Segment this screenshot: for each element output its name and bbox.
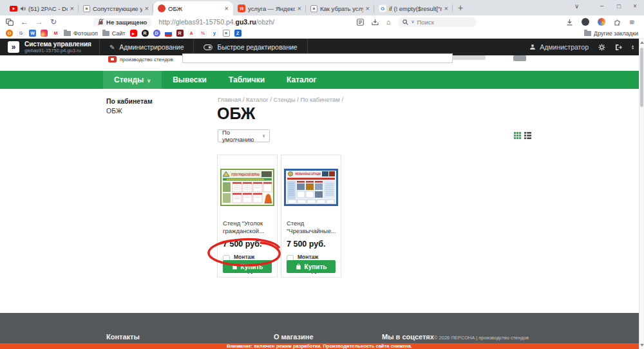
tab-close-icon[interactable]: × bbox=[70, 5, 74, 12]
nav-item-tablichki[interactable]: Таблички bbox=[218, 71, 276, 89]
extensions-puzzle-icon[interactable] bbox=[614, 19, 621, 26]
bitrix-favicon bbox=[310, 5, 317, 12]
reload-icon[interactable]: ↻ bbox=[50, 17, 57, 26]
view-list-toggle[interactable] bbox=[524, 132, 531, 139]
menu-hamburger-icon[interactable]: ≡ bbox=[629, 17, 634, 27]
tab-close-icon[interactable]: × bbox=[225, 5, 229, 12]
tab-youtube[interactable]: (51) 2PAC - Do Or Die (Offi × bbox=[5, 1, 79, 15]
site-favicon bbox=[158, 5, 166, 12]
new-tab-button[interactable]: + bbox=[458, 3, 463, 13]
tab-audio-icon[interactable] bbox=[20, 6, 26, 12]
bookmarks-bar: Фотошоп Сайт Другие закладки bbox=[0, 28, 644, 39]
bookmark-w-favicon[interactable] bbox=[29, 30, 36, 37]
tab-close-icon[interactable]: × bbox=[298, 5, 301, 12]
scrollbar-down-icon[interactable] bbox=[640, 344, 644, 346]
forward-icon[interactable]: → bbox=[35, 17, 43, 26]
bookmark-folder-site[interactable]: Сайт bbox=[102, 30, 126, 37]
cms-title: Система управления bbox=[24, 41, 91, 48]
buy-button[interactable]: Купить bbox=[287, 260, 336, 273]
admin-user-button[interactable]: Администратор bbox=[529, 43, 589, 51]
bookmark-r-favicon[interactable] bbox=[176, 30, 184, 37]
admin-collapse-icon[interactable]: ▴▾ bbox=[632, 44, 634, 50]
bookmark-z-favicon[interactable] bbox=[234, 30, 242, 37]
quick-search-box[interactable]: ∨ Поиск bbox=[398, 17, 477, 27]
admin-settings-gear-icon[interactable] bbox=[598, 44, 605, 51]
site-search-input[interactable] bbox=[182, 53, 453, 63]
tab-close-icon[interactable]: × bbox=[444, 5, 448, 12]
bookmark-mail-favicon[interactable] bbox=[52, 30, 59, 37]
sidebar-item-obzh[interactable]: ОБЖ bbox=[106, 107, 122, 115]
cms-site-domain: glebas91-15750.p4.gu3.ru bbox=[24, 48, 91, 53]
bookmark-ok-favicon[interactable] bbox=[6, 30, 13, 37]
admin-administration-button[interactable]: ✎ Администрирование bbox=[100, 39, 194, 55]
bookmark-alfa-favicon[interactable] bbox=[188, 30, 195, 37]
back-icon[interactable]: ← bbox=[21, 17, 28, 26]
page-title: ОБЖ bbox=[217, 104, 255, 123]
tab-google-code[interactable]: G if (! empty($result["row"]["addit × bbox=[374, 1, 453, 15]
search-icon bbox=[402, 19, 408, 25]
bookmark-instagram-favicon[interactable] bbox=[41, 30, 48, 37]
nav-item-katalog[interactable]: Каталог bbox=[276, 71, 328, 89]
header-cart-icon[interactable] bbox=[513, 55, 526, 61]
product-image[interactable]: УГОЛОК ГРАЖДАНСКОЙ ОБОРОНЫ bbox=[220, 169, 274, 206]
window-maximize-icon[interactable]: □ bbox=[617, 3, 621, 10]
tab-cms-services[interactable]: Сопутствующие услуги - CMS × bbox=[79, 1, 153, 15]
downloads-icon[interactable] bbox=[566, 19, 573, 26]
scrollbar-thumb[interactable] bbox=[640, 48, 643, 107]
tab-search-icon[interactable]: ∨ bbox=[574, 3, 579, 10]
bookmark-rutube-favicon[interactable] bbox=[142, 30, 149, 37]
bookmark-percent-favicon[interactable] bbox=[200, 30, 207, 37]
tab-yandex-search[interactable]: Я услуга — Яндекс: Нашёлся 56 × bbox=[233, 1, 306, 15]
product-title[interactable]: Стенд "Уголок гражданской... bbox=[223, 220, 272, 235]
cms-logo-block[interactable]: Система управления glebas91-15750.p4.gu3… bbox=[0, 39, 100, 55]
view-grid-toggle[interactable] bbox=[514, 132, 521, 139]
browser-extension-icon[interactable] bbox=[598, 18, 605, 26]
reading-list-icon[interactable] bbox=[357, 19, 364, 26]
site-logo-icon[interactable] bbox=[108, 56, 117, 62]
tab-tiles-icon[interactable] bbox=[6, 19, 14, 26]
address-bar: ← → ↻ Не защищено http://glebas91-15750.… bbox=[0, 15, 644, 28]
bookmark-bitrix-favicon[interactable] bbox=[223, 30, 230, 37]
folder-icon bbox=[64, 31, 71, 36]
header-phone-cutoff bbox=[452, 55, 486, 60]
product-title[interactable]: Стенд "Чрезвычайные... bbox=[287, 220, 336, 235]
tab-close-icon[interactable]: × bbox=[145, 5, 149, 12]
bookmark-yandex-favicon[interactable] bbox=[211, 30, 218, 37]
security-chip[interactable]: Не защищено bbox=[93, 18, 151, 26]
admin-logout-icon[interactable] bbox=[615, 44, 622, 51]
product-image[interactable]: ЧРЕЗВЫЧАЙНЫЕ СИТУАЦИИ bbox=[284, 169, 338, 206]
nav-item-vyveski[interactable]: Вывески bbox=[162, 71, 218, 89]
home-icon[interactable]: ⌂ bbox=[386, 18, 391, 26]
search-placeholder: Поиск bbox=[417, 19, 434, 26]
youtube-favicon bbox=[10, 5, 17, 12]
buy-button[interactable]: Купить bbox=[223, 260, 272, 273]
save-page-icon[interactable] bbox=[372, 19, 379, 26]
tab-help-article[interactable]: Как убрать услугу из списка то × bbox=[306, 1, 374, 15]
toggle-icon bbox=[204, 44, 213, 50]
scrollbar-up-icon[interactable] bbox=[640, 41, 644, 44]
bookmark-discord-favicon[interactable] bbox=[153, 30, 160, 37]
adblock-extension-icon[interactable] bbox=[582, 18, 589, 26]
site-logo-caption: производство стендов bbox=[120, 57, 173, 62]
tab-close-icon[interactable]: × bbox=[366, 5, 370, 12]
other-bookmarks-button[interactable]: Другие закладки bbox=[584, 30, 638, 37]
url-field[interactable]: http://glebas91-15750.p4.gu3.ru/obzh/ bbox=[158, 18, 274, 26]
bookmark-folder-photoshop[interactable]: Фотошоп bbox=[64, 30, 98, 37]
window-minimize-icon[interactable]: − bbox=[600, 3, 604, 10]
window-close-icon[interactable]: × bbox=[633, 3, 637, 10]
bookmark-youtube-favicon[interactable] bbox=[130, 30, 137, 37]
sidebar-section-title[interactable]: По кабинетам bbox=[106, 97, 153, 105]
tab-obzh-active[interactable]: ОБЖ × bbox=[153, 1, 233, 15]
bookmark-google-favicon[interactable] bbox=[17, 30, 24, 37]
bag-icon bbox=[232, 263, 238, 270]
bookmark-gosuslugi-favicon[interactable] bbox=[165, 30, 172, 37]
search-engine-chevron-icon[interactable]: ∨ bbox=[411, 19, 414, 24]
footer-contacts-heading: Контакты bbox=[106, 333, 140, 341]
page-scrollbar[interactable] bbox=[639, 39, 644, 349]
nav-item-stendy[interactable]: Стенды∨ bbox=[103, 71, 162, 89]
site-header: производство стендов bbox=[0, 55, 639, 71]
footer-socials-heading: Мы в соцсетях bbox=[382, 333, 434, 341]
tab-title: (51) 2PAC - Do Or Die (Offi bbox=[28, 5, 68, 12]
breadcrumb[interactable]: Главная / Каталог / Стенды / По кабинета… bbox=[218, 96, 343, 103]
sort-select[interactable]: По умолчанию ∨ bbox=[218, 129, 270, 142]
